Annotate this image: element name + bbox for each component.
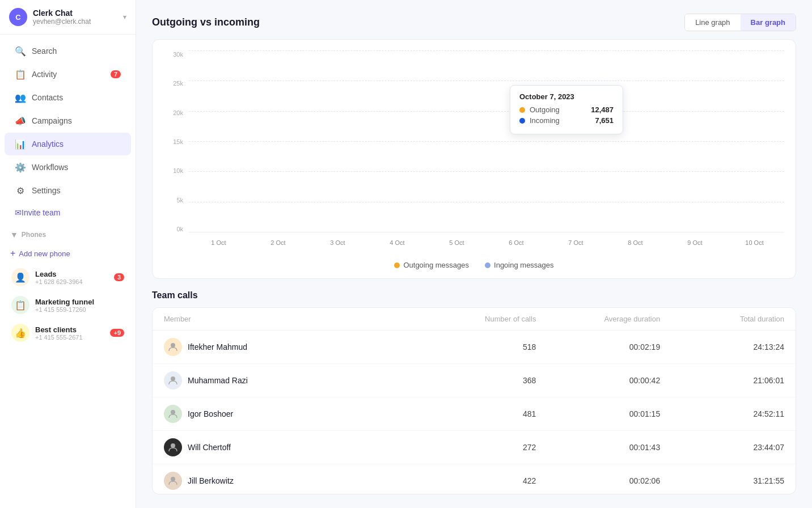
calls-cell-0: 518 [412, 342, 536, 352]
phone-item-clients[interactable]: 👍 Best clients +1 415 555-2671 +9 [3, 319, 132, 346]
member-avatar-1 [164, 371, 182, 390]
search-icon: 🔍 [15, 45, 26, 57]
tooltip-outgoing-label: Outgoing [519, 105, 591, 114]
phone-name-marketing: Marketing funnel [35, 298, 124, 306]
y-label-1: 5k [164, 197, 187, 204]
campaigns-icon: 📣 [15, 115, 26, 126]
table-header: MemberNumber of callsAverage durationTot… [153, 308, 796, 331]
member-name-3: Will Chertoff [188, 443, 231, 452]
avg-duration-cell-1: 00:00:42 [536, 376, 660, 385]
avg-duration-cell-3: 00:01:43 [536, 443, 660, 452]
y-label-5: 25k [164, 80, 187, 87]
workflows-icon: ⚙️ [15, 162, 26, 173]
sidebar-item-campaigns[interactable]: 📣 Campaigns [5, 109, 131, 132]
sidebar-header-info: Clerk Chat yevhen@clerk.chat [33, 9, 123, 26]
sidebar: C Clerk Chat yevhen@clerk.chat ▾ 🔍 Searc… [0, 0, 136, 508]
phone-item-leads[interactable]: 👤 Leads +1 628 629-3964 3 [3, 264, 132, 291]
nav-label-analytics: Analytics [32, 139, 64, 149]
chart-container: 0k5k10k15k20k25k30k 1 Oct2 Oct3 Oct4 Oct… [152, 39, 796, 279]
user-email: yevhen@clerk.chat [33, 18, 123, 26]
sidebar-item-activity[interactable]: 📋 Activity 7 [5, 63, 131, 86]
avg-duration-cell-0: 00:02:19 [536, 342, 660, 352]
chart-legend: Outgoing messages Ingoing messages [164, 261, 784, 273]
svg-point-0 [171, 343, 175, 348]
nav-label-campaigns: Campaigns [32, 116, 72, 125]
member-name-2: Igor Boshoer [188, 409, 233, 418]
x-label-9: 10 Oct [725, 235, 784, 255]
chart-tooltip: October 7, 2023 Outgoing 12,487 Incoming… [510, 85, 623, 134]
add-phone-button[interactable]: + Add new phone [0, 244, 136, 263]
tooltip-date: October 7, 2023 [519, 92, 614, 101]
sidebar-item-settings[interactable]: ⚙ Settings [5, 179, 131, 202]
svg-point-2 [171, 410, 175, 414]
total-duration-cell-0: 24:13:24 [660, 342, 784, 352]
phones-section: ▼ Phones + Add new phone 👤 Leads +1 628 … [0, 223, 136, 346]
y-label-2: 10k [164, 167, 187, 174]
nav-label-workflows: Workflows [32, 163, 68, 172]
col-header-3: Total duration [660, 315, 784, 323]
table-row: Muhammad Razi 368 00:00:42 21:06:01 [153, 364, 796, 397]
y-label-4: 20k [164, 109, 187, 116]
tooltip-incoming-label: Incoming [519, 116, 595, 125]
sidebar-item-analytics[interactable]: 📊 Analytics [5, 133, 131, 155]
phone-item-marketing[interactable]: 📋 Marketing funnel +1 415 559-17260 [3, 291, 132, 319]
phone-avatar-marketing: 📋 [11, 296, 29, 314]
x-label-3: 4 Oct [367, 235, 427, 255]
phone-info-leads: Leads +1 628 629-3964 [35, 270, 114, 285]
legend-outgoing-dot [394, 263, 400, 268]
phone-avatar-clients: 👍 [11, 324, 29, 342]
x-label-6: 7 Oct [546, 235, 606, 255]
legend-outgoing: Outgoing messages [394, 261, 469, 269]
app-name: Clerk Chat [33, 9, 123, 18]
member-cell-3: Will Chertoff [164, 438, 412, 456]
col-header-2: Average duration [536, 315, 660, 323]
badge-activity: 7 [111, 70, 121, 78]
sidebar-nav: 🔍 Search 📋 Activity 7 👥 Contacts 📣 Campa… [0, 35, 136, 508]
member-name-1: Muhammad Razi [188, 376, 248, 385]
invite-team-button[interactable]: ✉ Invite team [5, 202, 131, 223]
activity-icon: 📋 [15, 69, 26, 80]
calls-cell-4: 422 [412, 476, 536, 485]
member-avatar-0 [164, 338, 182, 356]
plus-icon: + [10, 248, 15, 259]
member-name-4: Jill Berkowitz [188, 476, 234, 485]
phone-name-clients: Best clients [35, 325, 110, 334]
incoming-dot [519, 118, 525, 124]
nav-label-activity: Activity [32, 70, 57, 79]
x-labels: 1 Oct2 Oct3 Oct4 Oct5 Oct6 Oct7 Oct8 Oct… [189, 235, 784, 255]
sidebar-item-contacts[interactable]: 👥 Contacts [5, 86, 131, 109]
phone-section-icon: ▼ [10, 230, 18, 239]
phone-number-clients: +1 415 555-2671 [35, 334, 110, 341]
bar-chart: 0k5k10k15k20k25k30k 1 Oct2 Oct3 Oct4 Oct… [164, 51, 784, 255]
calls-cell-1: 368 [412, 376, 536, 385]
table-body: Iftekher Mahmud 518 00:02:19 24:13:24 Mu… [153, 331, 796, 494]
y-label-6: 30k [164, 51, 187, 58]
total-duration-cell-4: 31:21:55 [660, 476, 784, 485]
phone-info-clients: Best clients +1 415 555-2671 [35, 325, 110, 341]
member-avatar-4 [164, 472, 182, 490]
member-avatar-2 [164, 405, 182, 423]
y-label-3: 15k [164, 138, 187, 145]
legend-incoming: Ingoing messages [485, 261, 554, 269]
nav-label-search: Search [32, 46, 57, 56]
table-row: Iftekher Mahmud 518 00:02:19 24:13:24 [153, 331, 796, 364]
phone-number-leads: +1 628 629-3964 [35, 278, 114, 285]
sidebar-item-search[interactable]: 🔍 Search [5, 40, 131, 62]
phone-name-leads: Leads [35, 270, 114, 278]
phone-badge-clients: +9 [110, 329, 124, 337]
table-row: Igor Boshoer 481 00:01:15 24:52:11 [153, 397, 796, 431]
table-row: Will Chertoff 272 00:01:43 23:44:07 [153, 431, 796, 464]
calls-cell-3: 272 [412, 443, 536, 452]
sidebar-item-workflows[interactable]: ⚙️ Workflows [5, 156, 131, 179]
bar-graph-button[interactable]: Bar graph [741, 14, 796, 31]
member-cell-2: Igor Boshoer [164, 405, 412, 423]
line-graph-button[interactable]: Line graph [685, 14, 740, 31]
phones-header: ▼ Phones [0, 226, 136, 244]
phone-number-marketing: +1 415 559-17260 [35, 306, 124, 313]
member-cell-0: Iftekher Mahmud [164, 338, 412, 356]
legend-incoming-dot [485, 263, 490, 268]
table-row: Jill Berkowitz 422 00:02:06 31:21:55 [153, 464, 796, 494]
sidebar-header[interactable]: C Clerk Chat yevhen@clerk.chat ▾ [0, 0, 136, 35]
calls-cell-2: 481 [412, 409, 536, 418]
x-label-0: 1 Oct [189, 235, 248, 255]
